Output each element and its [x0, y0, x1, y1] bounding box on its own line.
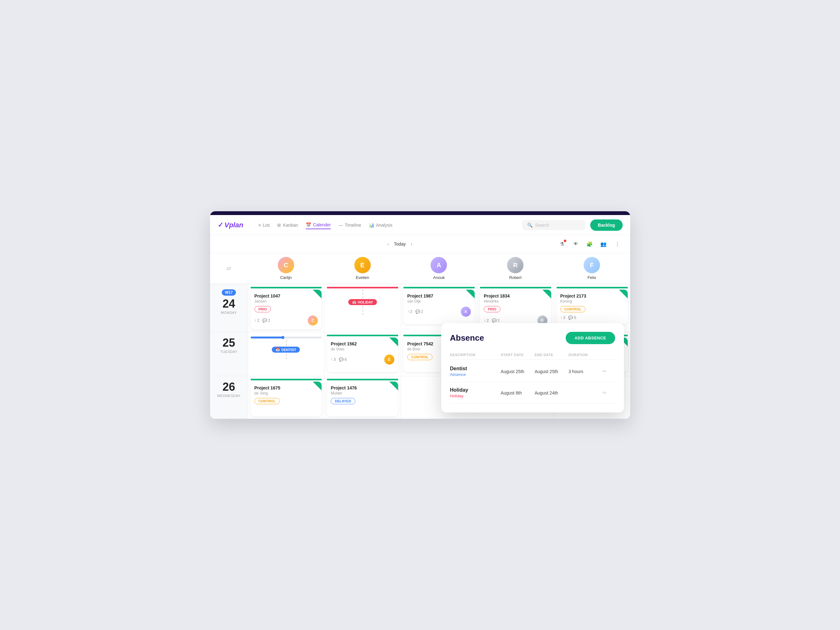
search-box[interactable]: 🔍 Search	[522, 220, 585, 230]
nav-kanban[interactable]: ⊞ Kanban	[277, 221, 298, 229]
settings-button[interactable]: ⋮	[612, 239, 622, 249]
person-name-anouk: Anouk	[433, 275, 445, 280]
project-1834-sub: Hendriks	[484, 299, 547, 304]
card-corner	[313, 290, 322, 298]
card-corner-9	[389, 381, 398, 391]
absence-end-holiday: August 24th	[534, 391, 568, 395]
calender-icon: 📅	[306, 222, 311, 227]
day-label-24: W17 24 MONDAY	[210, 284, 248, 332]
person-evelien: E Evelien	[324, 257, 401, 280]
cell-25-evelien: Project 1562 de Vries ↑ 3 💬	[324, 332, 401, 376]
stat-up-val-2: 2	[410, 309, 412, 314]
project-1987-sub: van Dijk	[407, 299, 471, 304]
person-robert: R Robert	[477, 257, 554, 280]
avatar-anouk: A	[431, 257, 447, 273]
project-7542-tag: CONTROL	[407, 354, 433, 360]
stat-up-val-4: 3	[563, 315, 565, 320]
modal-title: Absence	[450, 333, 484, 343]
project-1562-title: Project 1562	[331, 341, 394, 346]
nav-items: ≡ List ⊞ Kanban 📅 Calender — Timeline 📊	[258, 221, 512, 229]
col-end-date: END DATE	[534, 353, 568, 357]
person-felix: F Felix	[554, 257, 630, 280]
absence-description-dentist: Dentist Absence	[450, 366, 501, 377]
filter-button[interactable]: ⚗	[557, 239, 567, 249]
sub-nav-right: ⚗ 👁 🧩 👥 ⋮	[557, 239, 622, 249]
absence-description-holiday: Holiday Holiday	[450, 387, 501, 398]
stat-msg: 💬 2	[262, 318, 270, 323]
week-badge-w17: W17	[222, 289, 236, 296]
absence-modal: Absence ADD ABSENCE DESCRIPTION START DA…	[441, 323, 624, 413]
add-absence-button[interactable]: ADD ABSENCE	[566, 332, 615, 344]
project-1047-card[interactable]: Project 1047 Janzen PRIO ↑ 2	[251, 290, 322, 329]
absence-row-holiday: Holiday Holiday August 8th August 24th ✏	[450, 382, 615, 404]
analysis-icon: 📊	[369, 223, 374, 228]
project-2173-title: Project 2173	[560, 293, 624, 298]
project-1987-card[interactable]: Project 1987 van Dijk ↑ 2 💬	[403, 290, 475, 324]
project-1834-tag: PRIO	[484, 306, 501, 312]
sub-nav: ‹ Today › ⚗ 👁 🧩 👥 ⋮	[210, 235, 630, 253]
nav-list[interactable]: ≡ List	[258, 221, 270, 229]
card-footer-4: ↑ 3 💬 6	[560, 315, 624, 320]
card-corner-4	[619, 290, 628, 298]
project-2173-tag: CONTROL	[560, 306, 586, 312]
absence-type-holiday: Holiday	[450, 394, 501, 398]
progress-dot	[281, 336, 284, 339]
upload-icon-4: ↑	[560, 315, 562, 320]
comment-icon-5: 💬	[339, 358, 344, 362]
card-footer-5: ↑ 3 💬 6 E	[331, 354, 394, 365]
stat-up-val: 2	[257, 318, 259, 323]
nav-bar: ✓ Vplan ≡ List ⊞ Kanban 📅 Calender —	[210, 215, 630, 235]
edit-button-dentist[interactable]: ✏	[603, 369, 615, 374]
absence-title-holiday: Holiday	[450, 387, 501, 393]
upload-icon: ↑	[254, 318, 256, 323]
person-name-robert: Robert	[509, 275, 521, 280]
nav-timeline[interactable]: — Timeline	[338, 221, 361, 229]
person-name-evelien: Evelien	[355, 275, 369, 280]
stat-msg-val-4: 6	[574, 315, 576, 320]
top-bar-pink	[327, 287, 398, 288]
top-bar-green-3	[480, 287, 551, 288]
avatar-carlijn: C	[278, 257, 294, 273]
stat-up-val-5: 3	[333, 358, 336, 362]
nav-analysis[interactable]: 📊 Analysis	[369, 221, 392, 229]
col-actions	[603, 353, 615, 357]
shuffle-col: ⇌	[210, 257, 248, 280]
card-footer-2: ↑ 2 💬 2 A	[407, 307, 471, 317]
plugin-button[interactable]: 🧩	[584, 239, 595, 249]
project-1834-title: Project 1834	[484, 293, 547, 298]
logo-check: ✓	[218, 221, 223, 229]
stat-msg-val-2: 2	[421, 309, 423, 314]
sub-nav-center: ‹ Today ›	[387, 241, 412, 247]
today-button[interactable]: Today	[394, 241, 406, 247]
comment-icon-2: 💬	[415, 309, 420, 314]
card-stats-5: ↑ 3 💬 6	[331, 358, 346, 362]
person-carlijn: C Carlijn	[248, 257, 324, 280]
edit-button-holiday[interactable]: ✏	[603, 390, 615, 396]
view-button[interactable]: 👁	[571, 239, 581, 249]
list-icon: ≡	[258, 223, 261, 228]
card-corner-2	[466, 290, 475, 298]
dentist-icon: 📅	[276, 348, 280, 352]
col-start-date: START DATE	[501, 353, 535, 357]
table-header: DESCRIPTION START DATE END DATE DURATION	[450, 350, 615, 359]
project-2173-sub: Koning	[560, 299, 624, 304]
project-1562-card[interactable]: Project 1562 de Vries ↑ 3 💬	[327, 337, 398, 372]
nav-calender[interactable]: 📅 Calender	[306, 221, 331, 229]
team-icon: 👥	[600, 241, 606, 247]
backlog-button[interactable]: Backlog	[590, 219, 622, 231]
project-1987-title: Project 1987	[407, 293, 471, 298]
person-name-carlijn: Carlijn	[280, 275, 292, 280]
team-button[interactable]: 👥	[598, 239, 608, 249]
day-name-wednesday: WEDNESDAY	[217, 394, 241, 398]
logo[interactable]: ✓ Vplan	[218, 221, 243, 229]
project-2173-card[interactable]: Project 2173 Koning CONTROL ↑ 3	[557, 290, 628, 324]
project-1675-card[interactable]: Project 1675 de Jong CONTROL	[251, 381, 322, 416]
project-1476-tag: DELAYED	[331, 398, 355, 404]
card-stats-3: ↑ 2 💬 2	[484, 318, 499, 323]
prev-chevron[interactable]: ‹	[387, 241, 389, 247]
card-corner-8	[313, 381, 322, 391]
shuffle-icon[interactable]: ⇌	[226, 265, 231, 272]
next-chevron[interactable]: ›	[411, 241, 412, 247]
project-1047-sub: Janzen	[254, 299, 318, 304]
project-1476-card[interactable]: Project 1476 Mulder DELAYED	[327, 381, 398, 416]
